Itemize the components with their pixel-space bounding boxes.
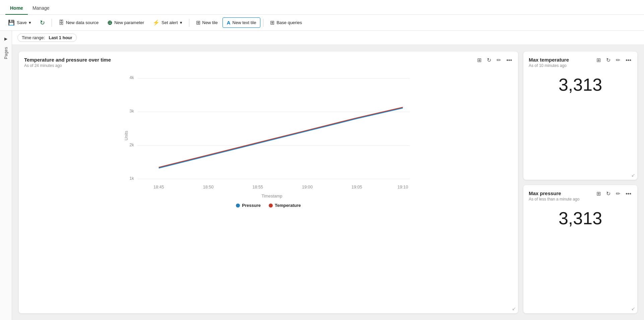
new-parameter-label: New parameter [114,20,144,25]
save-label: Save [17,20,27,25]
chart-resize-handle[interactable]: ↙ [512,306,516,311]
dashboard: Temperature and pressure over time As of… [12,45,644,320]
svg-text:19:00: 19:00 [302,185,313,189]
chart-card-actions: ⊞ ↻ ✏ ••• [476,56,513,64]
alert-icon: ⚡ [153,19,159,26]
new-tile-button[interactable]: ⊞ New tile [192,17,222,28]
svg-text:19:10: 19:10 [397,185,408,189]
new-text-tile-button[interactable]: A New text tile [222,17,261,28]
chart-area: 4k 3k 2k 1k Units 18:45 18:50 [24,72,513,213]
new-text-tile-label: New text tile [233,20,256,25]
max-temperature-card: Max temperature As of 10 minutes ago ⊞ ↻… [523,52,637,180]
time-range-prefix: Time range: [22,35,45,40]
svg-text:4k: 4k [130,75,134,80]
max-pressure-grid-button[interactable]: ⊞ [595,190,602,197]
legend-pressure: Pressure [236,203,261,208]
save-icon: 💾 [8,19,15,26]
new-parameter-button[interactable]: ⊕ New parameter [103,17,148,28]
toolbar: 💾 Save ▾ ↻ 🗄 New data source ⊕ New param… [0,15,644,31]
max-temp-more-button[interactable]: ••• [624,57,633,64]
max-temperature-subtitle: As of 10 minutes ago [529,63,632,68]
tab-home[interactable]: Home [5,2,28,15]
set-alert-button[interactable]: ⚡ Set alert ▾ [149,17,186,28]
alert-dropdown-icon: ▾ [180,20,182,25]
toolbar-divider-2 [189,19,189,27]
temperature-dot [269,204,273,208]
tiles-column: Max temperature As of 10 minutes ago ⊞ ↻… [523,52,637,313]
svg-text:1k: 1k [130,176,134,181]
svg-text:18:45: 18:45 [153,185,164,189]
temperature-label: Temperature [275,203,301,208]
chart-svg: 4k 3k 2k 1k Units 18:45 18:50 [24,72,513,199]
toolbar-divider-1 [52,19,52,27]
chart-card-title: Temperature and pressure over time [24,57,513,63]
svg-text:18:55: 18:55 [252,185,263,189]
text-tile-icon: A [227,20,231,25]
max-temp-edit-button[interactable]: ✏ [615,56,622,64]
toolbar-divider-3 [263,19,263,27]
max-pressure-resize-handle[interactable]: ↙ [631,306,635,311]
tile-icon: ⊞ [196,19,200,26]
legend-temperature: Temperature [269,203,301,208]
new-datasource-label: New data source [66,20,99,25]
chart-card: Temperature and pressure over time As of… [19,52,518,313]
pressure-dot [236,204,240,208]
sidebar-toggle-icon: ▶ [4,36,7,41]
nav-tabs: Home Manage [0,0,644,15]
max-pressure-value: 3,313 [529,208,632,228]
base-queries-icon: ⊞ [270,19,274,26]
svg-text:Timestamp: Timestamp [261,194,282,198]
set-alert-label: Set alert [162,20,178,25]
save-button[interactable]: 💾 Save ▾ [4,17,35,28]
chart-edit-button[interactable]: ✏ [495,56,502,64]
max-pressure-edit-button[interactable]: ✏ [615,190,622,197]
max-pressure-subtitle: As of less than a minute ago [529,197,632,202]
sidebar-pages-label[interactable]: Pages [4,47,8,59]
new-tile-label: New tile [202,20,218,25]
chart-refresh-button[interactable]: ↻ [486,56,493,64]
refresh-icon: ↻ [40,19,45,26]
datasource-icon: 🗄 [59,20,64,26]
chart-card-subtitle: As of 24 minutes ago [24,63,513,68]
chart-more-button[interactable]: ••• [505,57,513,64]
svg-text:Units: Units [124,131,129,141]
chart-grid-button[interactable]: ⊞ [476,56,483,64]
tab-manage[interactable]: Manage [28,2,54,15]
new-datasource-button[interactable]: 🗄 New data source [55,18,103,28]
max-pressure-card: Max pressure As of less than a minute ag… [523,185,637,313]
pressure-label: Pressure [242,203,261,208]
svg-text:18:50: 18:50 [203,185,214,189]
sidebar-toggle[interactable]: ▶ [2,35,10,43]
max-temperature-actions: ⊞ ↻ ✏ ••• [595,56,633,64]
max-pressure-more-button[interactable]: ••• [624,190,633,197]
svg-text:3k: 3k [130,109,134,113]
save-dropdown-icon: ▾ [29,20,31,25]
max-temp-resize-handle[interactable]: ↙ [631,172,635,178]
base-queries-button[interactable]: ⊞ Base queries [266,17,306,28]
svg-text:2k: 2k [130,143,134,147]
svg-text:19:05: 19:05 [351,185,362,189]
refresh-button[interactable]: ↻ [36,17,49,28]
sidebar: ▶ Pages [0,31,12,320]
content-area: ▶ Pages Time range: Last 1 hour Temperat… [0,31,644,320]
time-range-value: Last 1 hour [49,35,72,40]
main-wrapper: Time range: Last 1 hour Temperature and … [12,31,644,320]
base-queries-label: Base queries [276,20,302,25]
filter-bar: Time range: Last 1 hour [12,31,644,45]
chart-legend: Pressure Temperature [24,203,513,208]
max-temperature-value: 3,313 [529,75,632,95]
max-pressure-actions: ⊞ ↻ ✏ ••• [595,190,633,197]
max-temp-grid-button[interactable]: ⊞ [595,56,602,64]
time-range-button[interactable]: Time range: Last 1 hour [17,33,77,42]
parameter-icon: ⊕ [107,19,112,26]
max-pressure-refresh-button[interactable]: ↻ [605,190,612,197]
max-temp-refresh-button[interactable]: ↻ [605,56,612,64]
